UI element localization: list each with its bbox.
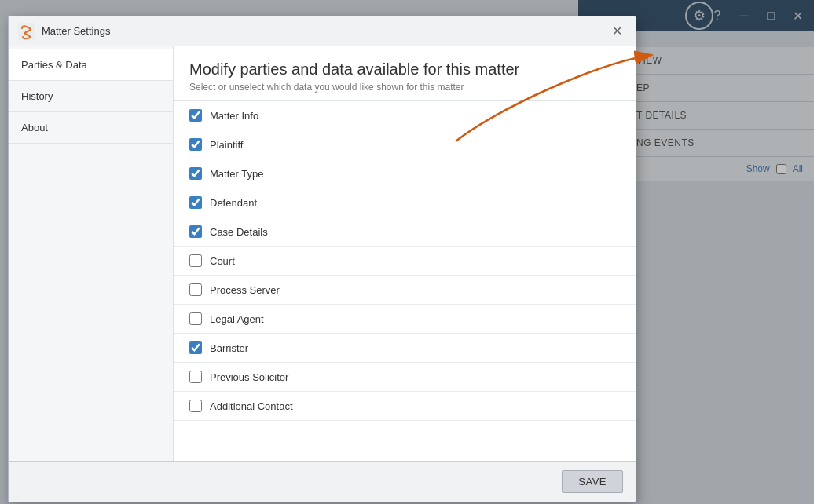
label-barrister: Barrister xyxy=(210,342,248,354)
checkbox-additional-contact[interactable] xyxy=(189,400,202,412)
label-process-server: Process Server xyxy=(210,284,280,296)
content-header: Modify parties and data available for th… xyxy=(174,46,636,101)
content-subtitle: Select or unselect which data you would … xyxy=(189,82,620,93)
matter-settings-modal: Matter Settings ✕ Parties & Data History… xyxy=(8,16,636,502)
content-title: Modify parties and data available for th… xyxy=(189,60,620,79)
check-item-barrister: Barrister xyxy=(174,334,636,363)
modal-overlay: Matter Settings ✕ Parties & Data History… xyxy=(0,0,814,504)
checklist: Matter InfoPlaintiffMatter TypeDefendant… xyxy=(174,101,636,461)
check-item-defendant: Defendant xyxy=(174,188,636,217)
checkbox-legal-agent[interactable] xyxy=(189,312,202,325)
checkbox-previous-solicitor[interactable] xyxy=(189,371,202,383)
modal-footer: SAVE xyxy=(9,461,636,502)
modal-titlebar: Matter Settings ✕ xyxy=(9,16,636,46)
label-matter-type: Matter Type xyxy=(210,168,263,180)
check-item-case-details: Case Details xyxy=(174,217,636,247)
check-item-additional-contact: Additional Contact xyxy=(174,392,636,421)
check-item-court: Court xyxy=(174,247,636,276)
check-item-process-server: Process Server xyxy=(174,276,636,305)
checkbox-case-details[interactable] xyxy=(189,225,202,238)
modal-title-left: Matter Settings xyxy=(18,23,110,40)
check-item-matter-info: Matter Info xyxy=(174,101,636,130)
label-previous-solicitor: Previous Solicitor xyxy=(210,371,288,383)
label-matter-info: Matter Info xyxy=(210,110,258,122)
sidebar-item-history[interactable]: History xyxy=(9,81,173,112)
app-logo-icon xyxy=(18,23,35,40)
modal-sidebar: Parties & Data History About xyxy=(9,46,174,461)
content-area: Modify parties and data available for th… xyxy=(174,46,636,461)
checkbox-matter-type[interactable] xyxy=(189,167,202,180)
checkbox-court[interactable] xyxy=(189,254,202,267)
save-button[interactable]: SAVE xyxy=(562,470,623,493)
check-item-plaintiff: Plaintiff xyxy=(174,130,636,159)
check-item-previous-solicitor: Previous Solicitor xyxy=(174,363,636,392)
sidebar-item-about[interactable]: About xyxy=(9,112,173,144)
modal-close-button[interactable]: ✕ xyxy=(607,22,626,41)
label-case-details: Case Details xyxy=(210,226,268,238)
modal-title: Matter Settings xyxy=(42,25,110,37)
check-item-legal-agent: Legal Agent xyxy=(174,305,636,334)
modal-body: Parties & Data History About Modify part… xyxy=(9,46,636,461)
label-defendant: Defendant xyxy=(210,197,257,209)
sidebar-item-parties-data[interactable]: Parties & Data xyxy=(9,49,173,81)
checkbox-process-server[interactable] xyxy=(189,283,202,296)
label-additional-contact: Additional Contact xyxy=(210,400,293,412)
label-legal-agent: Legal Agent xyxy=(210,313,264,325)
checkbox-barrister[interactable] xyxy=(189,341,202,354)
checkbox-matter-info[interactable] xyxy=(189,109,202,122)
label-court: Court xyxy=(210,255,235,267)
checkbox-plaintiff[interactable] xyxy=(189,138,202,151)
check-item-matter-type: Matter Type xyxy=(174,159,636,188)
label-plaintiff: Plaintiff xyxy=(210,139,243,151)
checkbox-defendant[interactable] xyxy=(189,196,202,209)
